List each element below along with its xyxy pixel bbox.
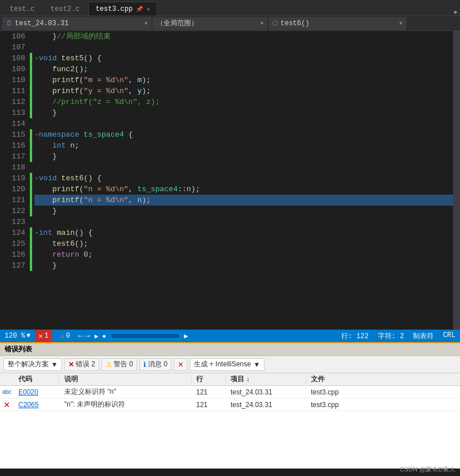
status-bar: 120 % ▼ ✕ 1 ⚠ 0 ← → ▶ ● ▶ 行: 122 字符: 2 制… [0,330,460,342]
line-number: 126 [0,249,25,260]
line-number: 110 [0,75,25,86]
code-line-117: } [34,151,460,162]
code-line-107 [34,42,460,53]
tab-test2-c[interactable]: test2.c [43,2,87,16]
info-filter-label: 消息 0 [148,359,167,369]
line-number: 111 [0,86,25,96]
line-number: 120 [0,184,25,195]
warning-filter-btn[interactable]: ⚠ 警告 0 [102,358,137,371]
tab-test3-cpp[interactable]: test3.cpp 📌 ✕ [88,2,158,16]
error-count: 1 [44,332,48,340]
scope-arrow: ▼ [51,361,58,369]
scope-dropdown-label: （全局范围） [157,18,198,28]
code-line-121: printf("n = %d\n", n); [34,195,460,206]
tab-label: test3.cpp [96,5,133,13]
line-number: 122 [0,206,25,216]
cursor-row: 行: 122 [341,331,369,341]
code-content[interactable]: }//局部域的结束 -void test5() { func2(); print… [32,31,460,330]
vertical-scrollbar[interactable] [453,31,460,330]
code-line-120: printf("n = %d\n", ts_space4::n); [34,184,460,195]
info-icon: ℹ [143,361,146,369]
warning-status[interactable]: ⚠ 0 [57,330,73,342]
nav-forward-button[interactable]: → [85,331,90,340]
code-area: 106 107 108 109 110 111 112 113 114 115 … [0,31,460,330]
scope-dropdown[interactable]: （全局范围） ▼ [153,17,267,30]
row-line: 121 [192,401,226,409]
info-filter-btn[interactable]: ℹ 消息 0 [139,358,171,371]
row-code[interactable]: E0020 [14,388,60,396]
line-number: 118 [0,162,25,173]
zoom-level[interactable]: 120 % ▼ [5,332,30,340]
line-number: 125 [0,238,25,249]
build-label: 生成 + IntelliSense [194,359,251,369]
file-dropdown[interactable]: 🗒 test_24.03.31 ▼ [2,17,151,30]
line-number: 117 [0,151,25,162]
line-number: 113 [0,107,25,118]
error-filter-btn[interactable]: ✕ 错误 2 [64,358,99,371]
watermark: CSDN @蒙奇D索大 [400,465,455,474]
line-number: 124 [0,227,25,238]
row-type-icon: ✕ [0,400,14,409]
encoding: 制表符 [413,331,434,341]
func-icon: ⬡ [272,20,278,27]
code-line-123 [34,216,460,227]
error-toolbar: 整个解决方案 ▼ ✕ 错误 2 ⚠ 警告 0 ℹ 消息 0 ✕ 生成 + Int… [0,356,460,373]
code-line-109: func2(); [34,64,460,75]
line-number: 115 [0,129,25,140]
col-line-header[interactable]: 行 [192,374,226,384]
warning-count: 0 [66,332,70,340]
row-type-icon: abc [0,389,14,395]
tab-label: test.c [10,5,34,13]
dropdown-arrow-icon: ▼ [260,21,263,26]
code-line-112: //printf("z = %d\n", z); [34,96,460,107]
tab-scroll-right: ▶ [454,9,460,16]
scope-dropdown[interactable]: 整个解决方案 ▼ [3,358,62,371]
error-row-1[interactable]: abc E0020 未定义标识符 "n" 121 test_24.03.31 t… [0,386,460,398]
code-line-127: } [34,260,460,271]
filter-btn[interactable]: ✕ [174,358,188,371]
col-proj-header[interactable]: 项目 ↓ [226,374,306,384]
tab-label: test2.c [50,5,79,13]
row-project: test_24.03.31 [226,401,306,409]
line-number: 108 [0,53,25,64]
code-line-116: int n; [34,140,460,151]
col-desc-header[interactable]: 说明 [60,374,192,384]
close-icon[interactable]: ✕ [146,6,150,13]
error-panel-title: 错误列表 [0,343,460,356]
error-icon: ✕ [68,361,74,369]
build-arrow: ▼ [254,361,260,369]
error-row-2[interactable]: ✕ C2065 "n": 未声明的标识符 121 test_24.03.31 t… [0,398,460,411]
line-ending: CRL [443,331,455,341]
error-table: 代码 说明 行 项目 ↓ 文件 abc E0020 未定义标识符 "n" 121… [0,373,460,469]
col-file-header[interactable]: 文件 [306,374,364,384]
func-dropdown[interactable]: ⬡ test6() ▼ [268,17,406,30]
progress-arrow: ▶ [184,332,188,340]
code-editor: 106 107 108 109 110 111 112 113 114 115 … [0,31,460,330]
warning-icon: ⚠ [106,361,112,369]
code-line-111: printf("y = %d\n", y); [34,86,460,96]
row-code[interactable]: C2065 [14,401,60,409]
code-line-119: -void test6() { [34,173,460,184]
line-number: 121 [0,195,25,206]
row-file: test3.cpp [306,388,364,396]
code-line-126: return 0; [34,249,460,260]
status-right: 行: 122 字符: 2 制表符 CRL [341,331,455,341]
pin-icon[interactable]: 📌 [136,6,143,13]
line-numbers: 106 107 108 109 110 111 112 113 114 115 … [0,31,30,330]
col-code-header[interactable]: 代码 [14,374,60,384]
line-number: 119 [0,173,25,184]
error-status[interactable]: ✕ 1 [35,330,52,342]
row-line: 121 [192,388,226,396]
nav-back-button[interactable]: ← [78,331,83,340]
progress-bar [111,333,180,339]
zoom-value: 120 % [5,332,25,340]
build-dropdown[interactable]: 生成 + IntelliSense ▼ [190,358,264,371]
row-project: test_24.03.31 [226,388,306,396]
code-line-118 [34,162,460,173]
tab-test-c[interactable]: test.c [2,2,42,16]
tab-bar: test.c test2.c test3.cpp 📌 ✕ ▶ [0,0,460,16]
zoom-arrow: ▼ [26,332,30,340]
warning-filter-label: 警告 0 [114,359,133,369]
code-line-125: test6(); [34,238,460,249]
scope-label: 整个解决方案 [7,359,49,369]
